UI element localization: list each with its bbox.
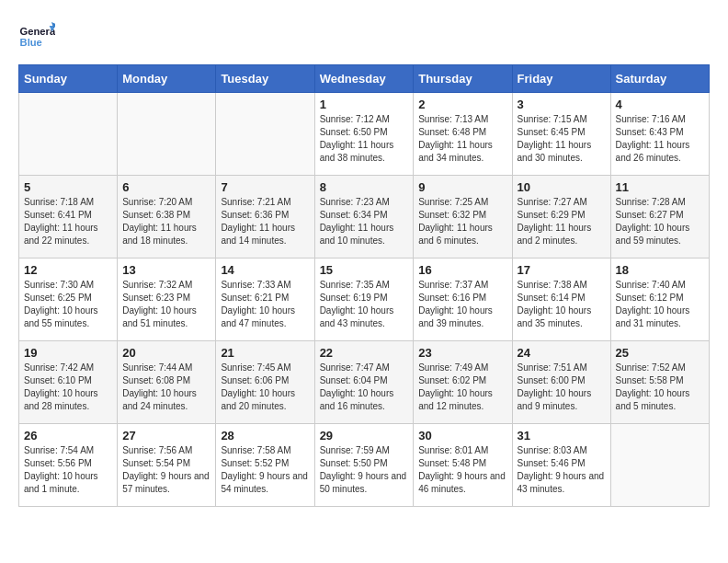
day-number: 2 bbox=[418, 98, 506, 111]
calendar-cell: 10Sunrise: 7:27 AM Sunset: 6:29 PM Dayli… bbox=[512, 176, 610, 259]
day-number: 3 bbox=[518, 98, 606, 111]
calendar-cell: 17Sunrise: 7:38 AM Sunset: 6:14 PM Dayli… bbox=[512, 259, 610, 341]
calendar-cell: 6Sunrise: 7:20 AM Sunset: 6:38 PM Daylig… bbox=[118, 176, 216, 259]
day-info: Sunrise: 7:51 AM Sunset: 6:00 PM Dayligh… bbox=[518, 362, 606, 413]
day-info: Sunrise: 7:25 AM Sunset: 6:32 PM Dayligh… bbox=[418, 196, 506, 247]
day-info: Sunrise: 7:54 AM Sunset: 5:56 PM Dayligh… bbox=[24, 444, 112, 496]
day-number: 14 bbox=[221, 263, 309, 277]
day-header-thursday: Thursday bbox=[414, 65, 512, 93]
day-number: 7 bbox=[221, 180, 309, 194]
day-number: 4 bbox=[616, 98, 704, 111]
calendar-cell: 13Sunrise: 7:32 AM Sunset: 6:23 PM Dayli… bbox=[118, 259, 216, 341]
calendar-cell: 16Sunrise: 7:37 AM Sunset: 6:16 PM Dayli… bbox=[414, 259, 512, 341]
day-number: 24 bbox=[518, 346, 606, 360]
calendar-cell bbox=[19, 93, 118, 176]
day-header-sunday: Sunday bbox=[19, 65, 118, 93]
calendar-cell: 4Sunrise: 7:16 AM Sunset: 6:43 PM Daylig… bbox=[610, 93, 709, 176]
day-number: 25 bbox=[616, 346, 704, 360]
logo: General Blue bbox=[18, 18, 59, 55]
day-number: 31 bbox=[518, 429, 606, 442]
calendar-cell: 12Sunrise: 7:30 AM Sunset: 6:25 PM Dayli… bbox=[19, 259, 118, 341]
calendar-cell bbox=[216, 93, 314, 176]
day-info: Sunrise: 7:42 AM Sunset: 6:10 PM Dayligh… bbox=[24, 362, 112, 413]
day-header-wednesday: Wednesday bbox=[314, 65, 414, 93]
day-info: Sunrise: 7:20 AM Sunset: 6:38 PM Dayligh… bbox=[122, 196, 210, 247]
calendar-cell: 3Sunrise: 7:15 AM Sunset: 6:45 PM Daylig… bbox=[512, 93, 610, 176]
day-number: 1 bbox=[320, 98, 409, 111]
day-info: Sunrise: 7:15 AM Sunset: 6:45 PM Dayligh… bbox=[518, 113, 606, 165]
calendar-table: SundayMondayTuesdayWednesdayThursdayFrid… bbox=[18, 64, 710, 507]
svg-text:Blue: Blue bbox=[20, 37, 42, 48]
day-number: 16 bbox=[418, 263, 506, 277]
day-info: Sunrise: 7:38 AM Sunset: 6:14 PM Dayligh… bbox=[518, 279, 606, 330]
day-header-saturday: Saturday bbox=[610, 65, 709, 93]
day-header-tuesday: Tuesday bbox=[216, 65, 314, 93]
calendar-cell: 27Sunrise: 7:56 AM Sunset: 5:54 PM Dayli… bbox=[118, 424, 216, 507]
day-number: 12 bbox=[24, 263, 112, 277]
day-info: Sunrise: 7:47 AM Sunset: 6:04 PM Dayligh… bbox=[320, 362, 409, 413]
day-number: 15 bbox=[320, 263, 409, 277]
day-info: Sunrise: 7:49 AM Sunset: 6:02 PM Dayligh… bbox=[418, 362, 506, 413]
calendar-cell: 8Sunrise: 7:23 AM Sunset: 6:34 PM Daylig… bbox=[314, 176, 414, 259]
day-info: Sunrise: 7:58 AM Sunset: 5:52 PM Dayligh… bbox=[221, 444, 309, 496]
logo-icon: General Blue bbox=[18, 18, 55, 55]
svg-text:General: General bbox=[20, 26, 55, 37]
day-number: 10 bbox=[518, 180, 606, 194]
calendar-cell: 19Sunrise: 7:42 AM Sunset: 6:10 PM Dayli… bbox=[19, 341, 118, 424]
day-number: 21 bbox=[221, 346, 309, 360]
calendar-cell: 5Sunrise: 7:18 AM Sunset: 6:41 PM Daylig… bbox=[19, 176, 118, 259]
calendar-cell: 18Sunrise: 7:40 AM Sunset: 6:12 PM Dayli… bbox=[610, 259, 709, 341]
day-number: 11 bbox=[616, 180, 704, 194]
calendar-cell: 11Sunrise: 7:28 AM Sunset: 6:27 PM Dayli… bbox=[610, 176, 709, 259]
calendar-cell: 20Sunrise: 7:44 AM Sunset: 6:08 PM Dayli… bbox=[118, 341, 216, 424]
day-info: Sunrise: 7:52 AM Sunset: 5:58 PM Dayligh… bbox=[616, 362, 704, 413]
calendar-cell: 25Sunrise: 7:52 AM Sunset: 5:58 PM Dayli… bbox=[610, 341, 709, 424]
day-info: Sunrise: 7:28 AM Sunset: 6:27 PM Dayligh… bbox=[616, 196, 704, 247]
calendar-cell: 14Sunrise: 7:33 AM Sunset: 6:21 PM Dayli… bbox=[216, 259, 314, 341]
day-info: Sunrise: 7:32 AM Sunset: 6:23 PM Dayligh… bbox=[122, 279, 210, 330]
day-info: Sunrise: 7:59 AM Sunset: 5:50 PM Dayligh… bbox=[320, 444, 409, 496]
day-info: Sunrise: 7:37 AM Sunset: 6:16 PM Dayligh… bbox=[418, 279, 506, 330]
calendar-cell: 30Sunrise: 8:01 AM Sunset: 5:48 PM Dayli… bbox=[414, 424, 512, 507]
day-number: 8 bbox=[320, 180, 409, 194]
day-info: Sunrise: 7:27 AM Sunset: 6:29 PM Dayligh… bbox=[518, 196, 606, 247]
calendar-cell: 22Sunrise: 7:47 AM Sunset: 6:04 PM Dayli… bbox=[314, 341, 414, 424]
calendar-cell bbox=[118, 93, 216, 176]
day-info: Sunrise: 7:44 AM Sunset: 6:08 PM Dayligh… bbox=[122, 362, 210, 413]
day-info: Sunrise: 7:18 AM Sunset: 6:41 PM Dayligh… bbox=[24, 196, 112, 247]
header: General Blue bbox=[18, 18, 710, 55]
day-number: 23 bbox=[418, 346, 506, 360]
day-info: Sunrise: 7:16 AM Sunset: 6:43 PM Dayligh… bbox=[616, 113, 704, 165]
day-info: Sunrise: 8:03 AM Sunset: 5:46 PM Dayligh… bbox=[518, 444, 606, 496]
day-number: 28 bbox=[221, 429, 309, 442]
day-number: 9 bbox=[418, 180, 506, 194]
day-number: 20 bbox=[122, 346, 210, 360]
day-number: 6 bbox=[122, 180, 210, 194]
day-info: Sunrise: 7:35 AM Sunset: 6:19 PM Dayligh… bbox=[320, 279, 409, 330]
day-info: Sunrise: 7:21 AM Sunset: 6:36 PM Dayligh… bbox=[221, 196, 309, 247]
day-info: Sunrise: 7:30 AM Sunset: 6:25 PM Dayligh… bbox=[24, 279, 112, 330]
day-info: Sunrise: 7:33 AM Sunset: 6:21 PM Dayligh… bbox=[221, 279, 309, 330]
day-number: 26 bbox=[24, 429, 112, 442]
day-number: 29 bbox=[320, 429, 409, 442]
calendar-cell: 29Sunrise: 7:59 AM Sunset: 5:50 PM Dayli… bbox=[314, 424, 414, 507]
calendar-cell: 24Sunrise: 7:51 AM Sunset: 6:00 PM Dayli… bbox=[512, 341, 610, 424]
day-number: 13 bbox=[122, 263, 210, 277]
day-header-friday: Friday bbox=[512, 65, 610, 93]
day-number: 27 bbox=[122, 429, 210, 442]
calendar-cell bbox=[610, 424, 709, 507]
calendar-cell: 23Sunrise: 7:49 AM Sunset: 6:02 PM Dayli… bbox=[414, 341, 512, 424]
calendar-cell: 1Sunrise: 7:12 AM Sunset: 6:50 PM Daylig… bbox=[314, 93, 414, 176]
calendar-cell: 28Sunrise: 7:58 AM Sunset: 5:52 PM Dayli… bbox=[216, 424, 314, 507]
calendar-cell: 7Sunrise: 7:21 AM Sunset: 6:36 PM Daylig… bbox=[216, 176, 314, 259]
day-number: 18 bbox=[616, 263, 704, 277]
day-number: 30 bbox=[418, 429, 506, 442]
calendar-cell: 2Sunrise: 7:13 AM Sunset: 6:48 PM Daylig… bbox=[414, 93, 512, 176]
calendar-cell: 31Sunrise: 8:03 AM Sunset: 5:46 PM Dayli… bbox=[512, 424, 610, 507]
day-info: Sunrise: 7:45 AM Sunset: 6:06 PM Dayligh… bbox=[221, 362, 309, 413]
day-number: 5 bbox=[24, 180, 112, 194]
day-info: Sunrise: 7:40 AM Sunset: 6:12 PM Dayligh… bbox=[616, 279, 704, 330]
day-header-monday: Monday bbox=[118, 65, 216, 93]
calendar-cell: 21Sunrise: 7:45 AM Sunset: 6:06 PM Dayli… bbox=[216, 341, 314, 424]
calendar-cell: 26Sunrise: 7:54 AM Sunset: 5:56 PM Dayli… bbox=[19, 424, 118, 507]
